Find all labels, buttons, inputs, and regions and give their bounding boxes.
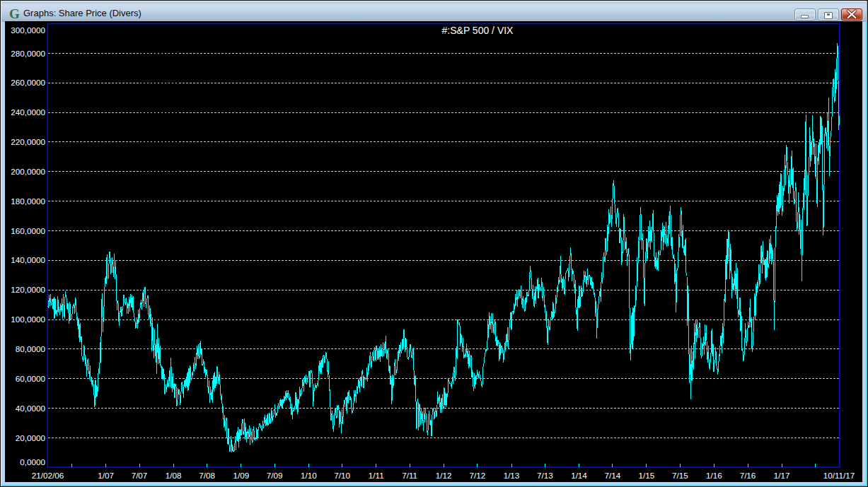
- svg-text:10/11/17: 10/11/17: [823, 471, 855, 480]
- svg-text:21/02/06: 21/02/06: [32, 471, 64, 480]
- svg-text:1/09: 1/09: [233, 471, 249, 480]
- svg-text:7/07: 7/07: [132, 471, 148, 480]
- svg-text:1/12: 1/12: [436, 471, 452, 480]
- svg-text:7/08: 7/08: [199, 471, 215, 480]
- svg-text:1/08: 1/08: [166, 471, 182, 480]
- svg-text:1/15: 1/15: [639, 471, 655, 480]
- svg-text:100,0000: 100,0000: [11, 315, 45, 324]
- svg-text:7/15: 7/15: [672, 471, 688, 480]
- svg-text:1/16: 1/16: [706, 471, 722, 480]
- svg-text:300,0000: 300,0000: [11, 25, 45, 35]
- svg-text:7/16: 7/16: [740, 471, 756, 480]
- svg-text:40,0000: 40,0000: [16, 404, 46, 413]
- svg-text:7/09: 7/09: [267, 471, 283, 480]
- svg-text:160,0000: 160,0000: [11, 226, 45, 235]
- svg-text:#:S&P 500 / VIX: #:S&P 500 / VIX: [442, 25, 514, 36]
- svg-text:60,0000: 60,0000: [16, 374, 46, 383]
- svg-text:140,0000: 140,0000: [11, 255, 45, 264]
- svg-text:240,0000: 240,0000: [11, 107, 45, 117]
- svg-text:1/14: 1/14: [571, 471, 587, 480]
- svg-text:80,0000: 80,0000: [16, 344, 46, 353]
- svg-text:120,0000: 120,0000: [11, 285, 45, 294]
- svg-text:0,0000: 0,0000: [20, 457, 45, 467]
- svg-text:200,0000: 200,0000: [11, 167, 45, 176]
- svg-text:7/11: 7/11: [402, 471, 417, 480]
- svg-text:1/11: 1/11: [369, 471, 384, 480]
- svg-text:20,0000: 20,0000: [16, 433, 46, 442]
- svg-text:7/10: 7/10: [334, 471, 350, 480]
- svg-text:7/13: 7/13: [537, 471, 553, 480]
- svg-text:220,0000: 220,0000: [11, 137, 45, 146]
- svg-text:180,0000: 180,0000: [11, 196, 45, 206]
- svg-text:1/07: 1/07: [98, 471, 114, 480]
- svg-text:1/17: 1/17: [774, 471, 790, 480]
- svg-text:280,0000: 280,0000: [11, 49, 45, 58]
- svg-text:1/10: 1/10: [301, 471, 317, 480]
- svg-text:260,0000: 260,0000: [11, 78, 45, 87]
- svg-text:7/12: 7/12: [470, 471, 486, 480]
- svg-text:7/14: 7/14: [604, 471, 620, 480]
- svg-text:1/13: 1/13: [504, 471, 520, 480]
